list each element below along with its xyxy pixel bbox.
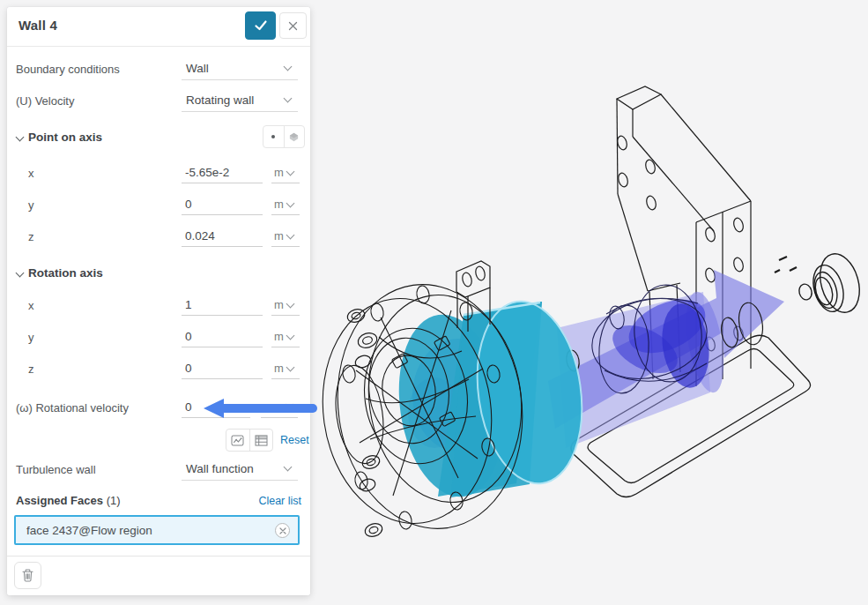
face-pick-button[interactable] bbox=[284, 126, 305, 147]
point-x-row: x m bbox=[7, 157, 310, 189]
seal-rings bbox=[775, 250, 866, 317]
page-title: Wall 4 bbox=[19, 18, 57, 33]
axis-x-input[interactable] bbox=[182, 295, 263, 316]
axis-z-input[interactable] bbox=[182, 358, 263, 379]
delete-button[interactable] bbox=[14, 562, 41, 589]
turbulence-wall-row: Turbulence wall Wall function bbox=[7, 453, 310, 485]
point-y-unit-select[interactable]: m bbox=[271, 194, 300, 215]
rotational-velocity-unit-select[interactable] bbox=[261, 397, 298, 418]
field-label: z bbox=[28, 362, 34, 376]
assigned-face-name: face 2437@Flow region bbox=[16, 524, 152, 537]
panel-header: Wall 4 bbox=[7, 7, 310, 46]
unit-label: m bbox=[274, 229, 284, 243]
chevron-down-icon bbox=[286, 198, 294, 207]
unit-label: m bbox=[274, 198, 284, 211]
trash-icon bbox=[22, 569, 33, 582]
value-input-toggle-group bbox=[226, 429, 273, 452]
assigned-face-chip[interactable]: face 2437@Flow region bbox=[14, 515, 300, 545]
selected-value: Wall bbox=[182, 62, 209, 75]
section-title: Point on axis bbox=[28, 131, 102, 144]
point-x-unit-select[interactable]: m bbox=[271, 162, 300, 183]
point-z-input[interactable] bbox=[182, 226, 263, 247]
unit-label: m bbox=[274, 362, 284, 375]
chevron-down-icon bbox=[286, 167, 294, 176]
point-pick-button[interactable] bbox=[263, 126, 284, 147]
rotational-velocity-input[interactable] bbox=[182, 397, 250, 418]
line-chart-icon bbox=[231, 435, 244, 446]
axis-y-unit-select[interactable]: m bbox=[271, 326, 300, 347]
velocity-row: (U) Velocity Rotating wall bbox=[7, 85, 310, 116]
chevron-down-icon bbox=[286, 400, 294, 409]
point-y-row: y m bbox=[7, 189, 310, 220]
confirm-button[interactable] bbox=[245, 11, 276, 40]
turbulence-wall-select[interactable]: Wall function bbox=[182, 458, 298, 481]
remove-face-button[interactable] bbox=[275, 523, 290, 538]
chevron-down-icon bbox=[16, 132, 25, 141]
section-title: Rotation axis bbox=[28, 266, 103, 280]
clear-list-link[interactable]: Clear list bbox=[258, 495, 301, 507]
boundary-condition-panel: Wall 4 Boundary conditions Wall (U) Velo… bbox=[7, 7, 310, 595]
unit-label: m bbox=[274, 166, 284, 179]
table-button[interactable] bbox=[249, 429, 273, 451]
velocity-select[interactable]: Rotating wall bbox=[182, 89, 298, 112]
chevron-down-icon bbox=[286, 331, 294, 340]
point-y-input[interactable] bbox=[182, 194, 263, 215]
dot-icon bbox=[271, 135, 275, 138]
field-label: x bbox=[28, 299, 34, 312]
unit-label: m bbox=[274, 298, 284, 311]
selected-value: Wall function bbox=[182, 462, 254, 475]
boundary-conditions-row: Boundary conditions Wall bbox=[7, 53, 310, 85]
boundary-conditions-select[interactable]: Wall bbox=[182, 57, 298, 80]
reset-link[interactable]: Reset bbox=[280, 434, 309, 446]
field-label: x bbox=[28, 167, 34, 180]
chevron-down-icon bbox=[286, 362, 294, 371]
axis-z-unit-select[interactable]: m bbox=[271, 358, 300, 379]
rotational-velocity-row: (ω) Rotational velocity bbox=[7, 392, 310, 423]
assigned-faces-label: Assigned Faces bbox=[16, 494, 103, 507]
assigned-faces-count: (1) bbox=[107, 494, 121, 507]
rotational-velocity-label: (ω) Rotational velocity bbox=[16, 401, 129, 415]
divider bbox=[7, 556, 310, 556]
axis-x-row: x m bbox=[7, 289, 310, 321]
field-label: y bbox=[28, 198, 34, 212]
cancel-button[interactable] bbox=[279, 12, 307, 39]
chevron-down-icon bbox=[286, 299, 294, 308]
circle-x-icon bbox=[279, 527, 286, 534]
chevron-down-icon bbox=[16, 268, 25, 277]
divider bbox=[7, 46, 310, 47]
assigned-faces-header: Assigned Faces (1) bbox=[16, 494, 121, 507]
pick-toggle-group bbox=[263, 125, 305, 148]
table-grid-icon bbox=[255, 435, 268, 446]
field-label: z bbox=[28, 230, 34, 243]
turbulence-wall-label: Turbulence wall bbox=[16, 463, 96, 476]
washer-rings bbox=[345, 307, 383, 538]
field-label: y bbox=[28, 331, 34, 344]
axis-y-row: y m bbox=[7, 321, 310, 353]
unit-label: m bbox=[274, 330, 284, 343]
selected-value: Rotating wall bbox=[182, 93, 254, 107]
cube-icon bbox=[288, 131, 300, 143]
point-z-unit-select[interactable]: m bbox=[271, 226, 300, 247]
axis-z-row: z m bbox=[7, 353, 310, 385]
point-z-row: z m bbox=[7, 220, 310, 252]
boundary-conditions-label: Boundary conditions bbox=[16, 63, 120, 76]
point-x-input[interactable] bbox=[182, 162, 263, 183]
chevron-down-icon bbox=[286, 230, 294, 239]
chevron-down-icon bbox=[284, 463, 293, 472]
rotation-axis-section[interactable]: Rotation axis bbox=[7, 258, 310, 288]
axis-x-unit-select[interactable]: m bbox=[271, 295, 300, 316]
check-icon bbox=[254, 19, 268, 32]
velocity-label: (U) Velocity bbox=[16, 94, 74, 108]
chevron-down-icon bbox=[284, 94, 293, 103]
axis-y-input[interactable] bbox=[182, 326, 263, 347]
plot-button[interactable] bbox=[226, 429, 249, 451]
chevron-down-icon bbox=[284, 63, 293, 71]
x-icon bbox=[288, 21, 298, 31]
